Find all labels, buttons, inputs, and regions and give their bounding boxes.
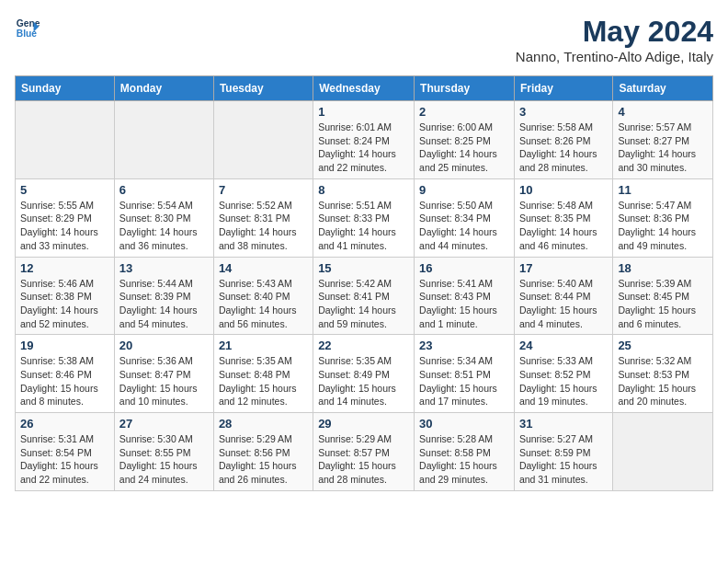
calendar-cell: 17Sunrise: 5:40 AM Sunset: 8:44 PM Dayli… [514, 257, 612, 335]
day-info: Sunrise: 5:46 AM Sunset: 8:38 PM Dayligh… [20, 277, 109, 331]
day-info: Sunrise: 5:41 AM Sunset: 8:43 PM Dayligh… [419, 277, 509, 331]
day-of-week-header: Saturday [613, 76, 713, 101]
day-info: Sunrise: 5:52 AM Sunset: 8:31 PM Dayligh… [219, 199, 308, 253]
day-number: 15 [318, 261, 409, 275]
calendar-week-row: 26Sunrise: 5:31 AM Sunset: 8:54 PM Dayli… [16, 413, 713, 491]
day-number: 26 [20, 417, 109, 431]
calendar-cell: 5Sunrise: 5:55 AM Sunset: 8:29 PM Daylig… [16, 178, 115, 257]
day-number: 2 [419, 105, 509, 119]
calendar-cell: 22Sunrise: 5:35 AM Sunset: 8:49 PM Dayli… [313, 335, 415, 413]
day-number: 20 [119, 339, 209, 352]
calendar-cell: 26Sunrise: 5:31 AM Sunset: 8:54 PM Dayli… [16, 413, 115, 491]
day-of-week-header: Monday [114, 76, 213, 101]
calendar-cell: 20Sunrise: 5:36 AM Sunset: 8:47 PM Dayli… [114, 335, 213, 413]
day-number: 6 [119, 183, 209, 197]
calendar-cell: 4Sunrise: 5:57 AM Sunset: 8:27 PM Daylig… [613, 101, 713, 179]
calendar-cell: 30Sunrise: 5:28 AM Sunset: 8:58 PM Dayli… [415, 413, 515, 491]
day-number: 14 [219, 261, 308, 275]
day-info: Sunrise: 5:44 AM Sunset: 8:39 PM Dayligh… [119, 277, 209, 331]
day-number: 7 [219, 183, 308, 197]
day-number: 12 [20, 261, 109, 275]
calendar-cell [114, 101, 213, 179]
day-number: 16 [419, 261, 509, 275]
day-of-week-header: Friday [514, 76, 612, 101]
day-number: 25 [618, 339, 708, 352]
day-info: Sunrise: 5:57 AM Sunset: 8:27 PM Dayligh… [618, 121, 708, 175]
day-info: Sunrise: 5:31 AM Sunset: 8:54 PM Dayligh… [20, 432, 109, 487]
day-number: 28 [219, 417, 308, 431]
day-info: Sunrise: 5:33 AM Sunset: 8:52 PM Dayligh… [519, 354, 608, 408]
calendar-cell [16, 101, 115, 179]
logo-icon: General Blue [15, 15, 40, 40]
calendar-cell: 12Sunrise: 5:46 AM Sunset: 8:38 PM Dayli… [16, 257, 115, 335]
calendar-cell: 14Sunrise: 5:43 AM Sunset: 8:40 PM Dayli… [213, 257, 313, 335]
calendar-cell [613, 413, 713, 491]
day-info: Sunrise: 5:47 AM Sunset: 8:36 PM Dayligh… [618, 199, 708, 253]
calendar-week-row: 1Sunrise: 6:01 AM Sunset: 8:24 PM Daylig… [16, 101, 713, 179]
day-info: Sunrise: 5:35 AM Sunset: 8:49 PM Dayligh… [318, 354, 409, 408]
page-header: General Blue May 2024 Nanno, Trentino-Al… [15, 15, 713, 64]
day-info: Sunrise: 5:48 AM Sunset: 8:35 PM Dayligh… [519, 199, 608, 253]
calendar-cell: 29Sunrise: 5:29 AM Sunset: 8:57 PM Dayli… [313, 413, 415, 491]
day-of-week-header: Tuesday [213, 76, 313, 101]
calendar-cell: 1Sunrise: 6:01 AM Sunset: 8:24 PM Daylig… [313, 101, 415, 179]
calendar-week-row: 5Sunrise: 5:55 AM Sunset: 8:29 PM Daylig… [16, 178, 713, 257]
day-info: Sunrise: 5:55 AM Sunset: 8:29 PM Dayligh… [20, 199, 109, 253]
day-info: Sunrise: 5:50 AM Sunset: 8:34 PM Dayligh… [419, 199, 509, 253]
day-info: Sunrise: 5:35 AM Sunset: 8:48 PM Dayligh… [219, 354, 308, 408]
day-info: Sunrise: 5:36 AM Sunset: 8:47 PM Dayligh… [119, 354, 209, 408]
day-of-week-header: Sunday [16, 76, 115, 101]
day-number: 31 [519, 417, 608, 431]
day-info: Sunrise: 5:39 AM Sunset: 8:45 PM Dayligh… [618, 277, 708, 331]
day-number: 1 [318, 105, 409, 119]
calendar-cell: 3Sunrise: 5:58 AM Sunset: 8:26 PM Daylig… [514, 101, 612, 179]
day-number: 4 [618, 105, 708, 119]
day-info: Sunrise: 5:30 AM Sunset: 8:55 PM Dayligh… [119, 432, 209, 487]
day-info: Sunrise: 6:01 AM Sunset: 8:24 PM Dayligh… [318, 121, 409, 175]
calendar-week-row: 19Sunrise: 5:38 AM Sunset: 8:46 PM Dayli… [16, 335, 713, 413]
calendar-cell: 18Sunrise: 5:39 AM Sunset: 8:45 PM Dayli… [613, 257, 713, 335]
day-info: Sunrise: 5:27 AM Sunset: 8:59 PM Dayligh… [519, 432, 608, 487]
logo: General Blue [15, 15, 40, 40]
day-info: Sunrise: 5:29 AM Sunset: 8:56 PM Dayligh… [219, 432, 308, 487]
day-number: 17 [519, 261, 608, 275]
calendar-cell: 19Sunrise: 5:38 AM Sunset: 8:46 PM Dayli… [16, 335, 115, 413]
day-info: Sunrise: 5:38 AM Sunset: 8:46 PM Dayligh… [20, 354, 109, 408]
day-number: 19 [20, 339, 109, 352]
calendar-cell: 13Sunrise: 5:44 AM Sunset: 8:39 PM Dayli… [114, 257, 213, 335]
calendar-cell: 8Sunrise: 5:51 AM Sunset: 8:33 PM Daylig… [313, 178, 415, 257]
day-info: Sunrise: 5:40 AM Sunset: 8:44 PM Dayligh… [519, 277, 608, 331]
calendar-cell: 2Sunrise: 6:00 AM Sunset: 8:25 PM Daylig… [415, 101, 515, 179]
calendar-cell: 25Sunrise: 5:32 AM Sunset: 8:53 PM Dayli… [613, 335, 713, 413]
calendar-week-row: 12Sunrise: 5:46 AM Sunset: 8:38 PM Dayli… [16, 257, 713, 335]
day-info: Sunrise: 5:54 AM Sunset: 8:30 PM Dayligh… [119, 199, 209, 253]
day-info: Sunrise: 5:28 AM Sunset: 8:58 PM Dayligh… [419, 432, 509, 487]
calendar-cell: 7Sunrise: 5:52 AM Sunset: 8:31 PM Daylig… [213, 178, 313, 257]
day-number: 22 [318, 339, 409, 352]
day-number: 11 [618, 183, 708, 197]
day-number: 27 [119, 417, 209, 431]
day-info: Sunrise: 5:58 AM Sunset: 8:26 PM Dayligh… [519, 121, 608, 175]
calendar-cell: 27Sunrise: 5:30 AM Sunset: 8:55 PM Dayli… [114, 413, 213, 491]
day-number: 30 [419, 417, 509, 431]
main-title: May 2024 [516, 15, 713, 49]
calendar-cell: 23Sunrise: 5:34 AM Sunset: 8:51 PM Dayli… [415, 335, 515, 413]
calendar-cell: 24Sunrise: 5:33 AM Sunset: 8:52 PM Dayli… [514, 335, 612, 413]
calendar-cell: 10Sunrise: 5:48 AM Sunset: 8:35 PM Dayli… [514, 178, 612, 257]
calendar-cell: 15Sunrise: 5:42 AM Sunset: 8:41 PM Dayli… [313, 257, 415, 335]
calendar-table: SundayMondayTuesdayWednesdayThursdayFrid… [15, 75, 713, 491]
day-number: 5 [20, 183, 109, 197]
calendar-cell: 11Sunrise: 5:47 AM Sunset: 8:36 PM Dayli… [613, 178, 713, 257]
day-number: 29 [318, 417, 409, 431]
day-number: 8 [318, 183, 409, 197]
day-info: Sunrise: 5:51 AM Sunset: 8:33 PM Dayligh… [318, 199, 409, 253]
day-info: Sunrise: 6:00 AM Sunset: 8:25 PM Dayligh… [419, 121, 509, 175]
day-info: Sunrise: 5:29 AM Sunset: 8:57 PM Dayligh… [318, 432, 409, 487]
day-of-week-header: Thursday [415, 76, 515, 101]
calendar-cell: 9Sunrise: 5:50 AM Sunset: 8:34 PM Daylig… [415, 178, 515, 257]
title-block: May 2024 Nanno, Trentino-Alto Adige, Ita… [516, 15, 713, 64]
calendar-cell: 21Sunrise: 5:35 AM Sunset: 8:48 PM Dayli… [213, 335, 313, 413]
calendar-body: 1Sunrise: 6:01 AM Sunset: 8:24 PM Daylig… [16, 101, 713, 491]
day-of-week-header: Wednesday [313, 76, 415, 101]
day-number: 24 [519, 339, 608, 352]
